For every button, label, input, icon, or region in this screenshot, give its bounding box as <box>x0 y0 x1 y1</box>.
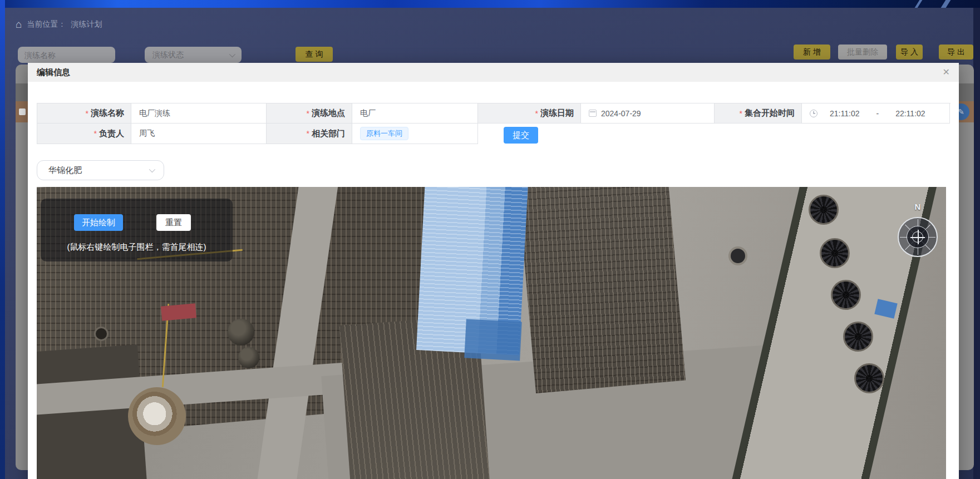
field-label-leader: * 负责人 <box>37 124 131 144</box>
company-select-value: 华锦化肥 <box>48 165 82 176</box>
leader-value: 周飞 <box>139 129 155 139</box>
dialog-header: 编辑信息 ✕ <box>28 63 959 82</box>
calendar-icon <box>589 110 597 117</box>
label-text: 演练名称 <box>91 108 124 118</box>
map-cooling-fan <box>854 363 884 393</box>
required-mark: * <box>535 109 538 118</box>
dept-select[interactable]: 原料一车间 <box>352 124 478 144</box>
map-storage-tank <box>128 387 186 445</box>
field-label-place: * 演练地点 <box>267 103 352 124</box>
time-range-picker[interactable]: 21:11:02 - 22:11:02 <box>802 103 950 124</box>
map-dome-tank <box>238 347 259 368</box>
chevron-down-icon <box>149 166 155 172</box>
time-separator: - <box>876 109 879 118</box>
map-dome-tank <box>228 319 254 345</box>
compass-inner-dial <box>907 226 929 248</box>
leader-input[interactable]: 周飞 <box>131 124 267 144</box>
company-select[interactable]: 华锦化肥 <box>37 160 164 180</box>
compass-crosshair-icon <box>912 231 923 243</box>
label-text: 演练地点 <box>312 108 345 118</box>
required-mark: * <box>740 109 742 118</box>
form-row-1: * 演练名称 电厂演练 * 演练地点 电厂 * 演练日期 <box>37 103 951 124</box>
field-label-dept: * 相关部门 <box>267 124 352 144</box>
required-mark: * <box>307 109 309 118</box>
map-cooling-fan <box>843 322 873 352</box>
label-text: 相关部门 <box>312 129 345 139</box>
fence-draw-map[interactable]: 开始绘制 重置 (鼠标右键绘制电子围栏，需首尾相连) N <box>37 187 946 479</box>
field-label-name: * 演练名称 <box>37 103 131 124</box>
form-row-2: * 负责人 周飞 * 相关部门 原料一车间 <box>37 124 479 144</box>
map-cooling-fan <box>820 238 850 268</box>
required-mark: * <box>86 109 88 118</box>
map-blue-roof-building <box>464 319 522 361</box>
start-draw-button[interactable]: 开始绘制 <box>74 214 123 231</box>
draw-hint-text: (鼠标右键绘制电子围栏，需首尾相连) <box>41 242 233 253</box>
submit-button[interactable]: 提交 <box>504 127 538 144</box>
required-mark: * <box>94 129 97 138</box>
compass-control[interactable]: N <box>898 202 938 262</box>
compass-north-label: N <box>898 202 938 211</box>
time-end-value: 22:11:02 <box>895 109 925 118</box>
place-input[interactable]: 电厂 <box>352 103 478 124</box>
date-picker[interactable]: 2024-07-29 <box>581 103 715 124</box>
reset-button[interactable]: 重置 <box>156 214 191 231</box>
dept-tag[interactable]: 原料一车间 <box>360 127 408 140</box>
field-label-date: * 演练日期 <box>478 103 581 124</box>
time-start-value: 21:11:02 <box>830 109 859 118</box>
draw-tools-panel: 开始绘制 重置 (鼠标右键绘制电子围栏，需首尾相连) <box>41 199 233 261</box>
date-value: 2024-07-29 <box>601 109 641 118</box>
name-input[interactable]: 电厂演练 <box>131 103 267 124</box>
label-text: 负责人 <box>99 129 124 139</box>
close-icon[interactable]: ✕ <box>943 68 950 77</box>
dialog-body: * 演练名称 电厂演练 * 演练地点 电厂 * 演练日期 <box>37 82 950 479</box>
map-cooling-fan <box>809 195 839 225</box>
name-value: 电厂演练 <box>139 108 170 118</box>
map-industrial-area <box>518 187 686 393</box>
field-label-time: * 集合开始时间 <box>715 103 802 124</box>
edit-dialog: 编辑信息 ✕ * 演练名称 电厂演练 * 演练地点 <box>28 63 959 479</box>
clock-icon <box>810 110 818 117</box>
dialog-title: 编辑信息 <box>37 67 70 78</box>
label-text: 演练日期 <box>540 108 574 118</box>
map-vent-fan <box>728 246 747 265</box>
place-value: 电厂 <box>360 108 376 118</box>
map-storage-tank <box>94 327 109 341</box>
compass-ring <box>898 217 938 257</box>
edit-form: * 演练名称 电厂演练 * 演练地点 电厂 * 演练日期 <box>37 103 950 144</box>
map-red-roof-building <box>161 303 196 320</box>
map-cooling-fan <box>831 280 861 310</box>
required-mark: * <box>307 129 309 138</box>
label-text: 集合开始时间 <box>745 108 795 118</box>
